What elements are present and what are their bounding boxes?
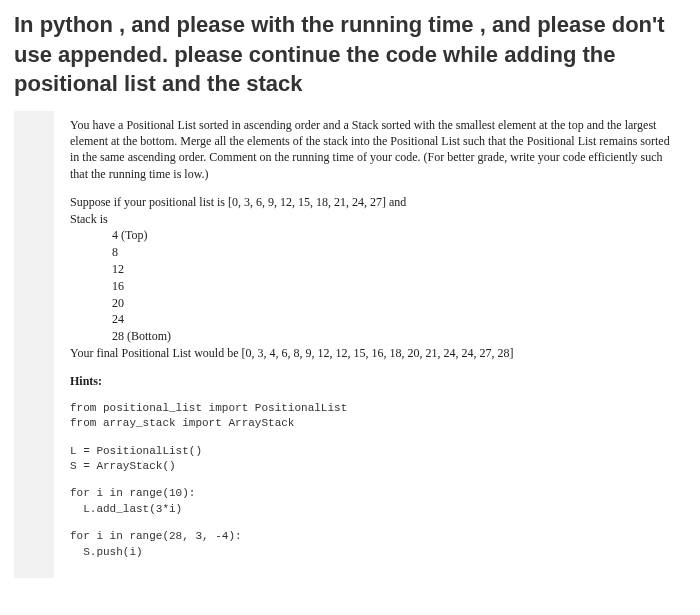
stack-items: 4 (Top) 8 12 16 20 24 28 (Bottom) xyxy=(70,227,674,345)
stack-row: 20 xyxy=(112,295,674,312)
stack-row: 24 xyxy=(112,311,674,328)
code-imports: from positional_list import PositionalLi… xyxy=(70,401,674,432)
stack-row: 8 xyxy=(112,244,674,261)
hints-label: Hints: xyxy=(70,374,674,389)
inner-content: You have a Positional List sorted in asc… xyxy=(64,111,686,578)
stack-row: 12 xyxy=(112,261,674,278)
example-intro: Suppose if your positional list is [0, 3… xyxy=(70,194,674,211)
document-container: In python , and please with the running … xyxy=(0,0,700,588)
example-block: Suppose if your positional list is [0, 3… xyxy=(70,194,674,362)
stack-label: Stack is xyxy=(70,211,674,228)
stack-row: 4 (Top) xyxy=(112,227,674,244)
left-gutter xyxy=(14,111,54,578)
code-init: L = PositionalList() S = ArrayStack() xyxy=(70,444,674,475)
example-result: Your final Positional List would be [0, … xyxy=(70,345,674,362)
stack-row: 16 xyxy=(112,278,674,295)
content-block: You have a Positional List sorted in asc… xyxy=(14,111,686,578)
stack-row: 28 (Bottom) xyxy=(112,328,674,345)
code-loop2: for i in range(28, 3, -4): S.push(i) xyxy=(70,529,674,560)
question-title: In python , and please with the running … xyxy=(14,10,686,99)
problem-statement: You have a Positional List sorted in asc… xyxy=(70,117,674,182)
code-loop1: for i in range(10): L.add_last(3*i) xyxy=(70,486,674,517)
